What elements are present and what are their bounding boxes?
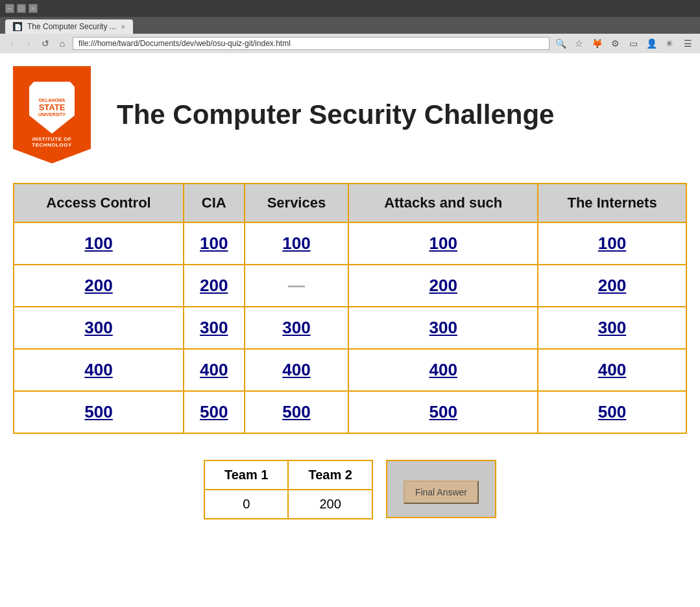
tab-bar: 📄 The Computer Security ... × <box>0 17 700 34</box>
cell-ac-300: 300 <box>14 307 184 349</box>
maximize-button[interactable]: □ <box>17 4 26 13</box>
link-int-100[interactable]: 100 <box>598 233 626 253</box>
table-row: 300 300 300 300 300 <box>14 307 686 349</box>
jeopardy-table: Access Control CIA Services Attacks and … <box>13 183 687 434</box>
cell-svc-500: 500 <box>245 391 349 433</box>
link-ac-500[interactable]: 500 <box>84 402 112 422</box>
link-int-200[interactable]: 200 <box>598 276 626 295</box>
star-icon[interactable]: ☆ <box>572 36 586 51</box>
title-bar: ─ □ × <box>0 0 700 17</box>
link-ac-400[interactable]: 400 <box>84 360 112 379</box>
cell-att-100: 100 <box>348 222 538 265</box>
tab-title: The Computer Security ... <box>27 22 116 31</box>
browser-icons: 🔍 ☆ 🦊 ⚙ ▭ 👤 ✳ ☰ <box>553 36 695 51</box>
link-att-400[interactable]: 400 <box>429 360 457 379</box>
link-svc-500[interactable]: 500 <box>282 402 310 422</box>
settings-icon[interactable]: ⚙ <box>608 36 622 51</box>
link-svc-100[interactable]: 100 <box>282 233 310 253</box>
final-answer-button[interactable]: Final Answer <box>404 481 479 504</box>
nav-bar: ‹ › ↺ ⌂ file:///home/tward/Documents/dev… <box>0 34 700 53</box>
user-icon[interactable]: 👤 <box>644 36 658 51</box>
address-bar[interactable]: file:///home/tward/Documents/dev/web/osu… <box>73 37 549 50</box>
home-button[interactable]: ⌂ <box>56 37 69 50</box>
refresh-button[interactable]: ↺ <box>39 37 52 50</box>
link-ac-300[interactable]: 300 <box>84 318 112 337</box>
link-cia-300[interactable]: 300 <box>200 318 228 337</box>
link-svc-300[interactable]: 300 <box>282 318 310 337</box>
cell-cia-400: 400 <box>184 349 244 391</box>
cell-cia-100: 100 <box>184 222 244 265</box>
link-ac-100[interactable]: 100 <box>84 233 112 253</box>
link-ac-200[interactable]: 200 <box>84 276 112 295</box>
link-att-300[interactable]: 300 <box>429 318 457 337</box>
table-header-row: Access Control CIA Services Attacks and … <box>14 184 686 222</box>
logo-osu-text: OKLAHOMA STATE UNIVERSITY <box>38 98 66 117</box>
cell-cia-500: 500 <box>184 391 244 433</box>
col-header-internets: The Internets <box>538 184 686 222</box>
cell-int-200: 200 <box>538 265 686 307</box>
link-att-200[interactable]: 200 <box>429 276 457 295</box>
team1-score: 0 <box>204 490 288 519</box>
svg-text:📄: 📄 <box>14 23 22 31</box>
cell-svc-200-empty: — <box>245 265 349 307</box>
addon-icon[interactable]: ✳ <box>662 36 677 51</box>
cell-svc-100: 100 <box>245 222 349 265</box>
link-att-500[interactable]: 500 <box>429 402 457 422</box>
cell-att-500: 500 <box>348 391 538 433</box>
link-cia-500[interactable]: 500 <box>200 402 228 422</box>
table-row: 200 200 — 200 200 <box>14 265 686 307</box>
team1-header: Team 1 <box>204 460 288 490</box>
menu-icon-1[interactable]: 🦊 <box>590 36 604 51</box>
search-icon[interactable]: 🔍 <box>553 36 568 51</box>
cell-svc-400: 400 <box>245 349 349 391</box>
page-header: OKLAHOMA STATE UNIVERSITY INSTITUTE OF T… <box>13 66 687 163</box>
link-att-100[interactable]: 100 <box>429 233 457 253</box>
page-title: The Computer Security Challenge <box>117 99 554 130</box>
cell-int-100: 100 <box>538 222 686 265</box>
cell-att-300: 300 <box>348 307 538 349</box>
link-int-400[interactable]: 400 <box>598 360 626 379</box>
link-cia-100[interactable]: 100 <box>200 233 228 253</box>
cell-ac-400: 400 <box>14 349 184 391</box>
forward-button[interactable]: › <box>22 37 35 50</box>
cell-att-400: 400 <box>348 349 538 391</box>
cell-svc-300: 300 <box>245 307 349 349</box>
active-tab[interactable]: 📄 The Computer Security ... × <box>5 19 133 34</box>
col-header-cia: CIA <box>184 184 244 222</box>
link-cia-400[interactable]: 400 <box>200 360 228 379</box>
tab-close-button[interactable]: × <box>121 23 125 30</box>
scoreboard-table: Team 1 Team 2 0 200 <box>204 460 373 519</box>
cell-int-400: 400 <box>538 349 686 391</box>
browser-window: ─ □ × 📄 The Computer Security ... × ‹ › … <box>0 0 700 607</box>
cell-int-500: 500 <box>538 391 686 433</box>
logo-shield: OKLAHOMA STATE UNIVERSITY <box>29 82 75 134</box>
table-row: 400 400 400 400 400 <box>14 349 686 391</box>
tablet-icon[interactable]: ▭ <box>626 36 640 51</box>
table-row: 100 100 100 100 100 <box>14 222 686 265</box>
cell-att-200: 200 <box>348 265 538 307</box>
team2-score: 200 <box>288 490 372 519</box>
team2-header: Team 2 <box>288 460 372 490</box>
cell-int-300: 300 <box>538 307 686 349</box>
link-int-500[interactable]: 500 <box>598 402 626 422</box>
link-int-300[interactable]: 300 <box>598 318 626 337</box>
col-header-access-control: Access Control <box>14 184 184 222</box>
cell-cia-300: 300 <box>184 307 244 349</box>
tab-favicon: 📄 <box>13 22 22 31</box>
window-controls[interactable]: ─ □ × <box>5 4 38 13</box>
cell-ac-500: 500 <box>14 391 184 433</box>
minimize-button[interactable]: ─ <box>5 4 14 13</box>
osu-logo: OKLAHOMA STATE UNIVERSITY INSTITUTE OF T… <box>13 66 91 163</box>
final-answer-area: Final Answer <box>386 460 496 518</box>
link-cia-200[interactable]: 200 <box>200 276 228 295</box>
close-button[interactable]: × <box>29 4 38 13</box>
table-row: 500 500 500 500 500 <box>14 391 686 433</box>
link-svc-400[interactable]: 400 <box>282 360 310 379</box>
col-header-attacks: Attacks and such <box>348 184 538 222</box>
col-header-services: Services <box>245 184 349 222</box>
cell-ac-200: 200 <box>14 265 184 307</box>
page-content: OKLAHOMA STATE UNIVERSITY INSTITUTE OF T… <box>0 53 700 607</box>
back-button[interactable]: ‹ <box>5 37 18 50</box>
url-text: file:///home/tward/Documents/dev/web/osu… <box>78 39 291 48</box>
hamburger-icon[interactable]: ☰ <box>681 36 695 51</box>
